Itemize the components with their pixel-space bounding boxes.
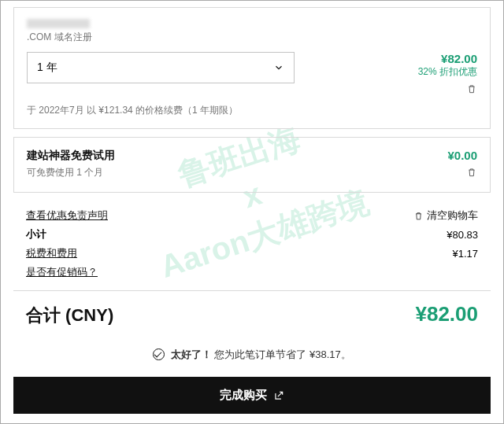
cart-item-website-builder: 建站神器免费试用 可免费使用 1 个月 ¥0.00 [13, 137, 491, 193]
product-subtitle: .COM 域名注册 [27, 31, 477, 44]
disclaimer-link[interactable]: 查看优惠免责声明 [26, 208, 108, 223]
term-select[interactable]: 1 年 [27, 52, 295, 83]
trash-icon[interactable] [466, 167, 477, 178]
total-value: ¥82.00 [415, 302, 478, 326]
renewal-note: 于 2022年7月 以 ¥121.34 的价格续费（1 年期限） [27, 104, 477, 117]
checkout-button[interactable]: 完成购买 [13, 377, 491, 414]
trash-icon [413, 211, 424, 221]
cart-item-domain: .COM 域名注册 1 年 ¥82.00 32% 折扣优惠 于 2022年7月 … [13, 7, 491, 129]
discount-label: 32% 折扣优惠 [418, 65, 477, 79]
clear-cart-link[interactable]: 清空购物车 [413, 208, 478, 223]
external-link-icon [273, 390, 284, 401]
checkmark-badge-icon [153, 348, 165, 360]
item-price: ¥0.00 [447, 149, 477, 162]
chevron-down-icon [273, 62, 284, 73]
total-row: 合计 (CNY) ¥82.00 [13, 302, 491, 327]
promo-link[interactable]: 是否有促销码？ [26, 265, 98, 279]
order-summary: 查看优惠免责声明 清空购物车 小计 ¥80.83 税费和费用 ¥1.17 是否有… [13, 201, 491, 279]
savings-bold: 太好了！ [171, 348, 212, 360]
savings-text: 您为此笔订单节省了 ¥38.17。 [214, 348, 350, 360]
product-subtitle: 可免费使用 1 个月 [27, 166, 438, 179]
item-price: ¥82.00 [418, 52, 477, 65]
trash-icon[interactable] [466, 83, 477, 94]
total-label: 合计 (CNY) [26, 304, 113, 327]
product-title: 建站神器免费试用 [27, 149, 438, 163]
tax-value: ¥1.17 [452, 248, 478, 260]
domain-name-redacted [27, 19, 90, 28]
cart-page: .COM 域名注册 1 年 ¥82.00 32% 折扣优惠 于 2022年7月 … [1, 1, 503, 362]
subtotal-label: 小计 [26, 227, 46, 241]
divider [13, 290, 491, 291]
term-value: 1 年 [37, 61, 57, 75]
checkout-label: 完成购买 [220, 388, 267, 403]
tax-link[interactable]: 税费和费用 [26, 246, 77, 260]
subtotal-value: ¥80.83 [447, 229, 478, 241]
clear-cart-label: 清空购物车 [427, 208, 478, 223]
savings-message: 太好了！ 您为此笔订单节省了 ¥38.17。 [13, 348, 491, 362]
